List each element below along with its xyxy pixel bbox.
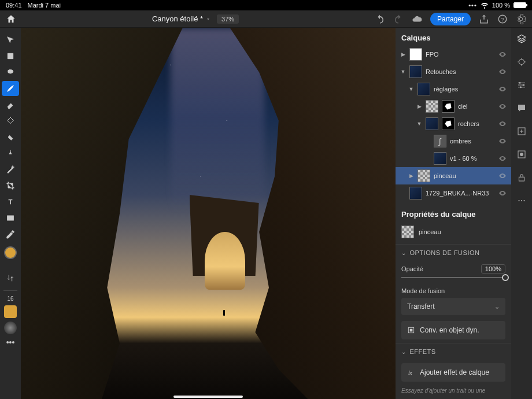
disclosure-icon[interactable]: ▼: [416, 121, 422, 127]
layer-thumbnail: [426, 117, 438, 130]
undo-icon[interactable]: [375, 14, 385, 24]
eraser-tool[interactable]: [2, 97, 19, 112]
chevron-down-icon: ⌄: [401, 250, 407, 256]
more-icon[interactable]: •••: [6, 338, 15, 347]
redo-icon[interactable]: [393, 14, 404, 24]
layer-row-selected[interactable]: ▶ pinceau: [396, 167, 511, 184]
svg-text:?: ?: [501, 16, 504, 22]
right-panel: Calques ▶ FPO ▼ Retouches ▼ réglages ▶ c…: [396, 28, 511, 399]
swap-colors[interactable]: [2, 271, 19, 286]
tool-sidebar: T 16 •••: [0, 28, 21, 399]
text-tool[interactable]: T: [2, 194, 19, 209]
layer-properties-title: Propriétés du calque: [396, 202, 511, 223]
right-task-rail: [511, 28, 532, 399]
brush-size-value[interactable]: 16: [7, 295, 13, 302]
magic-wand-tool[interactable]: [2, 162, 19, 177]
convert-smart-object-button[interactable]: Conv. en objet dyn.: [401, 321, 505, 339]
add-layer-effect-button[interactable]: fx Ajouter effet de calque: [401, 363, 505, 382]
current-layer-thumbnail: [401, 226, 414, 238]
current-layer-name: pinceau: [419, 228, 505, 235]
layer-thumbnail: [418, 169, 430, 182]
visibility-icon[interactable]: [498, 172, 507, 180]
disclosure-icon[interactable]: ▼: [408, 86, 414, 92]
brush-hardness-preview[interactable]: [4, 322, 17, 334]
brush-color-swatch[interactable]: [4, 305, 17, 318]
mask-icon[interactable]: [516, 149, 527, 160]
canvas[interactable]: [21, 28, 396, 399]
comments-icon[interactable]: [516, 103, 527, 113]
effects-section[interactable]: ⌄ EFFETS: [396, 343, 511, 360]
svg-rect-4: [8, 216, 14, 220]
place-image-tool[interactable]: [2, 210, 19, 226]
crop-tool[interactable]: [2, 178, 19, 193]
visibility-icon[interactable]: [498, 137, 507, 145]
svg-point-19: [523, 200, 524, 201]
canvas-image: [21, 28, 396, 399]
layer-row[interactable]: ▶ ∫ ombres: [396, 132, 511, 150]
layer-row[interactable]: ▼ réglages: [396, 80, 511, 98]
lock-icon[interactable]: [516, 172, 527, 183]
slider-thumb[interactable]: [502, 274, 509, 281]
dots-icon: [468, 2, 477, 9]
layers-icon[interactable]: [516, 34, 527, 44]
gear-icon[interactable]: [516, 14, 526, 24]
foreground-color[interactable]: [4, 246, 17, 259]
disclosure-icon[interactable]: ▶: [408, 173, 414, 179]
layer-row[interactable]: ▼ rochers: [396, 115, 511, 132]
add-layer-icon[interactable]: [516, 126, 527, 136]
svg-point-11: [523, 84, 524, 86]
export-icon[interactable]: [479, 14, 489, 24]
move-tool[interactable]: [2, 32, 19, 47]
visibility-icon[interactable]: [498, 50, 507, 58]
opacity-value[interactable]: 100%: [481, 264, 505, 274]
disclosure-icon[interactable]: ▶: [400, 51, 406, 57]
lasso-tool[interactable]: [2, 65, 19, 80]
adjustment-thumbnail: ∫: [434, 135, 446, 147]
chevron-down-icon: ⌄: [401, 349, 407, 355]
visibility-icon[interactable]: [498, 154, 507, 162]
blend-mode-dropdown[interactable]: Transfert ⌄: [401, 298, 505, 315]
battery-percent: 100 %: [492, 2, 510, 9]
blend-mode-label: Mode de fusion: [396, 284, 511, 297]
layer-thumbnail: [418, 83, 430, 95]
svg-rect-7: [410, 329, 413, 332]
layer-row[interactable]: ▼ Retouches: [396, 63, 511, 80]
brush-tool[interactable]: [2, 81, 19, 96]
opacity-label: Opacité: [401, 265, 423, 272]
visibility-icon[interactable]: [498, 68, 507, 76]
ios-status-bar: 09:41 Mardi 7 mai 100 %: [0, 0, 532, 10]
disclosure-icon[interactable]: ▼: [400, 69, 406, 75]
cloud-icon[interactable]: [412, 14, 422, 24]
more-icon[interactable]: [516, 195, 527, 206]
visibility-icon[interactable]: [498, 85, 507, 93]
layer-row[interactable]: ▶ 1729_BRUKA...-NR33: [396, 184, 511, 202]
transform-tool[interactable]: [2, 49, 19, 64]
visibility-icon[interactable]: [498, 102, 507, 110]
layer-row[interactable]: ▶ FPO: [396, 46, 511, 63]
layer-mask-thumbnail: [442, 100, 455, 113]
document-title[interactable]: Canyon étoilé *: [152, 14, 211, 23]
adjustments-icon[interactable]: [516, 80, 527, 90]
zoom-level[interactable]: 37%: [217, 14, 239, 24]
blend-options-section[interactable]: ⌄ OPTIONS DE FUSION: [396, 244, 511, 261]
svg-point-5: [9, 217, 10, 218]
divider: [3, 290, 17, 291]
help-icon[interactable]: ?: [497, 14, 508, 24]
layer-row[interactable]: ▶ ciel: [396, 98, 511, 115]
visibility-icon[interactable]: [498, 189, 507, 197]
layer-thumbnail: [409, 48, 422, 61]
add-effect-label: Ajouter effet de calque: [420, 368, 489, 376]
opacity-slider[interactable]: [396, 275, 511, 284]
disclosure-icon[interactable]: ▶: [416, 104, 422, 109]
eyedropper-tool[interactable]: [2, 227, 19, 242]
home-indicator: [173, 396, 243, 398]
properties-icon[interactable]: [516, 57, 527, 67]
fill-tool[interactable]: [2, 113, 19, 128]
home-icon[interactable]: [6, 14, 16, 24]
share-button[interactable]: Partager: [430, 13, 471, 25]
visibility-icon[interactable]: [498, 120, 507, 128]
svg-text:T: T: [9, 198, 13, 205]
heal-tool[interactable]: [2, 130, 19, 145]
layer-row[interactable]: ▶ v1 - 60 %: [396, 150, 511, 167]
clone-tool[interactable]: [2, 146, 19, 161]
